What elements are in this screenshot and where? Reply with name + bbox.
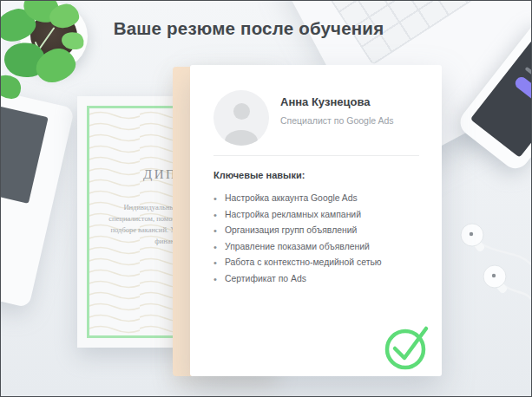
skill-label: Организация групп объявлений <box>225 226 357 235</box>
divider <box>213 155 419 156</box>
skills-header: Ключевые навыки: <box>213 170 305 180</box>
skill-item: •Управление показами объявлений <box>213 243 428 251</box>
diploma-text-line: Индивидуальные <box>93 202 178 213</box>
skills-list: •Настройка аккаунта Google Ads •Настройк… <box>213 194 428 291</box>
skill-label: Управление показами объявлений <box>225 243 370 251</box>
skill-label: Настройка аккаунта Google Ads <box>225 194 358 203</box>
bullet: • <box>213 243 225 251</box>
earbuds-icon <box>444 211 531 323</box>
avatar <box>213 90 269 146</box>
diploma-text-line: специалистом, помощ <box>93 213 178 225</box>
hero-banner: Ваше резюме после обучения ДИПЛОМ Индиви… <box>0 0 532 397</box>
bullet: • <box>213 275 225 283</box>
skill-label: Сертификат по Ads <box>225 275 306 283</box>
skill-item: •Настройка рекламных кампаний <box>213 211 428 219</box>
bullet: • <box>213 226 225 235</box>
diploma-text-line: подборе вакансий. Ус <box>93 225 178 236</box>
skill-label: Работа с контекстно-медийной сетью <box>225 258 382 267</box>
skill-item: •Организация групп объявлений <box>213 226 428 235</box>
resume-name: Анна Кузнецова <box>280 95 370 108</box>
page-title: Ваше резюме после обучения <box>1 18 496 39</box>
skill-item: •Настройка аккаунта Google Ads <box>213 194 428 203</box>
bullet: • <box>213 211 225 219</box>
skill-label: Настройка рекламных кампаний <box>225 211 361 219</box>
person-icon <box>225 130 258 146</box>
check-circle-icon <box>383 317 433 371</box>
skill-item: •Работа с контекстно-медийной сетью <box>213 258 428 267</box>
resume-card: Анна Кузнецова Специалист по Google Ads … <box>190 65 442 376</box>
bullet: • <box>213 194 225 203</box>
bullet: • <box>213 258 225 267</box>
resume-role: Специалист по Google Ads <box>280 115 394 126</box>
skill-item: •Сертификат по Ads <box>213 275 428 283</box>
diploma-text-line: финанс <box>93 236 178 247</box>
diploma-text: Индивидуальные специалистом, помощ подбо… <box>93 202 178 247</box>
person-icon <box>233 103 250 120</box>
phone-screen-button <box>513 75 532 107</box>
